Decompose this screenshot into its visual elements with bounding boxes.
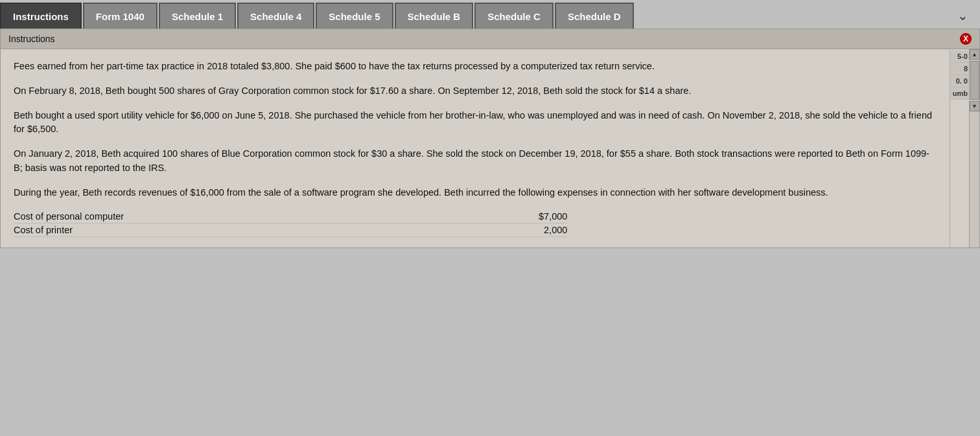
scrollbar-down-button[interactable]: ▼ bbox=[970, 101, 980, 111]
tab-instructions[interactable]: Instructions bbox=[0, 3, 82, 29]
paragraph-3: Beth bought a used sport utility vehicle… bbox=[14, 109, 937, 137]
paragraph-1: Fees earned from her part-time tax pract… bbox=[14, 60, 937, 74]
tab-bar: Instructions Form 1040 Schedule 1 Schedu… bbox=[0, 0, 980, 29]
right-label-1: 5-0 bbox=[950, 51, 969, 63]
right-label-2: 8 bbox=[950, 63, 969, 75]
scrollbar: ▲ ▼ bbox=[969, 49, 979, 247]
tab-schedule5[interactable]: Schedule 5 bbox=[316, 3, 393, 29]
tab-scheduleD[interactable]: Schedule D bbox=[555, 3, 634, 29]
tab-form1040[interactable]: Form 1040 bbox=[83, 3, 158, 29]
tab-schedule1[interactable]: Schedule 1 bbox=[159, 3, 236, 29]
expense-label-printer: Cost of printer bbox=[14, 225, 502, 235]
scrollbar-up-button[interactable]: ▲ bbox=[970, 49, 980, 60]
expense-row-computer: Cost of personal computer $7,000 bbox=[14, 210, 567, 224]
main-layout: Fees earned from her part-time tax pract… bbox=[1, 49, 979, 247]
tab-scheduleC[interactable]: Schedule C bbox=[474, 3, 554, 29]
right-sidebar: 5-0 8 0. 0 umb bbox=[950, 49, 969, 247]
scrollbar-thumb[interactable] bbox=[970, 61, 979, 100]
tab-dropdown-button[interactable]: ⌄ bbox=[946, 3, 980, 29]
expense-row-printer: Cost of printer 2,000 bbox=[14, 224, 567, 237]
paragraph-5: During the year, Beth records revenues o… bbox=[14, 186, 937, 200]
right-label-3: 0. 0 bbox=[950, 75, 969, 87]
expense-table: Cost of personal computer $7,000 Cost of… bbox=[14, 210, 567, 237]
panel-title: Instructions bbox=[8, 34, 55, 44]
right-label-4: umb bbox=[950, 87, 969, 100]
content-area: Instructions X Fees earned from her part… bbox=[0, 29, 980, 248]
expense-value-printer: 2,000 bbox=[502, 225, 567, 235]
panel-header: Instructions X bbox=[1, 29, 979, 49]
expense-label-computer: Cost of personal computer bbox=[14, 211, 502, 222]
panel-close-button[interactable]: X bbox=[960, 33, 972, 45]
instructions-content: Fees earned from her part-time tax pract… bbox=[1, 49, 950, 247]
tab-schedule4[interactable]: Schedule 4 bbox=[237, 3, 314, 29]
expense-value-computer: $7,000 bbox=[502, 211, 567, 222]
tab-scheduleB[interactable]: Schedule B bbox=[395, 3, 474, 29]
paragraph-4: On January 2, 2018, Beth acquired 100 sh… bbox=[14, 147, 937, 176]
paragraph-2: On February 8, 2018, Beth bought 500 sha… bbox=[14, 84, 937, 98]
